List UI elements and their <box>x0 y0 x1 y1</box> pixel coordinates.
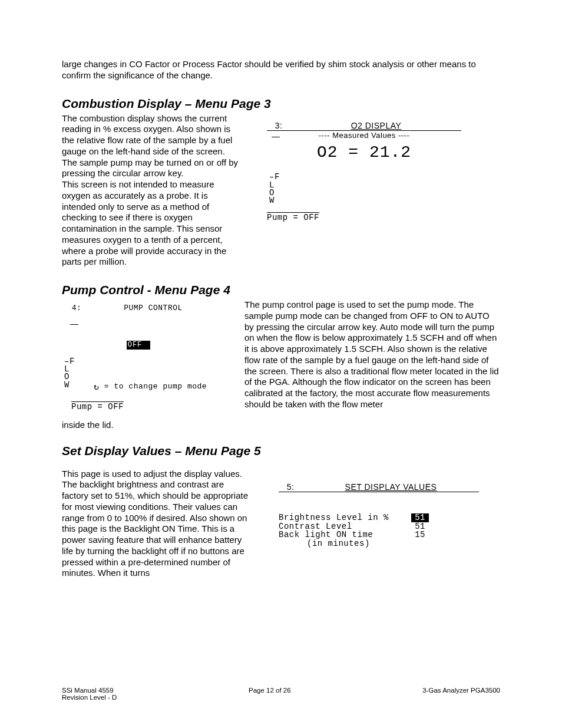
lcd-pump-control: 4: PUMP CONTROL — OFF –F L O W ↻ = to ch… <box>62 304 215 411</box>
circular-arrow-icon: ↻ <box>94 383 100 393</box>
section2-content: 4: PUMP CONTROL — OFF –F L O W ↻ = to ch… <box>62 299 500 411</box>
lcd1-pump: Pump = OFF <box>267 213 319 222</box>
flow-w: W <box>269 197 461 205</box>
contrast-value: 51 <box>415 522 429 531</box>
section2-lcd-wrap: 4: PUMP CONTROL — OFF –F L O W ↻ = to ch… <box>62 299 233 411</box>
lcd1-reading: O2 = 21.2 <box>267 144 461 162</box>
lcd2-hint: ↻ = to change pump mode <box>94 382 215 392</box>
lcd1-title: O2 DISPLAY <box>291 121 461 130</box>
heading-pump-control: Pump Control - Menu Page 4 <box>62 283 500 297</box>
footer-pagenum: Page 12 of 26 <box>249 687 291 701</box>
lcd-set-display-values: 5: SET DISPLAY VALUES Brightness Level i… <box>279 483 479 548</box>
section2-tail: inside the lid. <box>62 420 500 431</box>
flow-o2: O <box>64 373 215 381</box>
footer-product: 3-Gas Analyzer PGA3500 <box>422 687 500 701</box>
lcd2-title: PUMP CONTROL <box>91 304 215 312</box>
section3-body: This page is used to adjust the display … <box>62 469 250 579</box>
flow-f: –F <box>269 173 461 181</box>
section1-content: The combustion display shows the current… <box>62 113 500 268</box>
section3-lcd-wrap: 5: SET DISPLAY VALUES Brightness Level i… <box>262 469 500 579</box>
lcd2-mode-box: OFF <box>127 341 151 350</box>
flow-l: L <box>269 182 461 189</box>
contrast-label: Contrast Level <box>279 522 352 531</box>
lcd3-page-num: 5: <box>279 483 303 492</box>
heading-set-display-values: Set Display Values – Menu Page 5 <box>62 444 500 458</box>
lcd2-hint-text: = to change pump mode <box>100 382 207 391</box>
lcd3-title: SET DISPLAY VALUES <box>303 483 479 492</box>
lcd2-pump: Pump = OFF <box>71 402 124 411</box>
flow-l2: L <box>64 365 215 373</box>
flow-f2: –F <box>64 358 215 365</box>
lcd3-table: Brightness Level in % 51 Contrast Level … <box>279 513 429 548</box>
lcd1-flow-gauge: –F L O W <box>269 173 461 205</box>
heading-combustion-display: Combustion Display – Menu Page 3 <box>62 97 500 111</box>
page-footer: SSi Manual 4559 Revision Level - D Page … <box>62 687 500 701</box>
backlight-time-value: 15 <box>415 531 429 539</box>
footer-manual: SSi Manual 4559 <box>62 687 117 694</box>
footer-left: SSi Manual 4559 Revision Level - D <box>62 687 117 701</box>
backlight-units: (in minutes) <box>279 539 370 548</box>
section3-content: This page is used to adjust the display … <box>62 469 500 579</box>
backlight-time-label: Back light ON time <box>279 531 373 539</box>
brightness-value: 51 <box>411 513 429 522</box>
flow-o: O <box>269 189 461 197</box>
lcd-o2-display: 3: O2 DISPLAY — ---- Measured Values ---… <box>267 121 461 222</box>
lcd2-page-num: 4: <box>62 304 91 312</box>
page: large changes in CO Factor or Process Fa… <box>0 0 562 728</box>
lcd1-page-num: 3: <box>267 121 291 130</box>
brightness-label: Brightness Level in % <box>279 513 389 522</box>
footer-revision: Revision Level - D <box>62 694 117 701</box>
section1-body: The combustion display shows the current… <box>62 113 239 268</box>
section2-body: The pump control page is used to set the… <box>244 299 500 411</box>
intro-paragraph: large changes in CO Factor or Process Fa… <box>62 59 500 81</box>
section1-lcd-wrap: 3: O2 DISPLAY — ---- Measured Values ---… <box>250 113 500 268</box>
lcd1-subtitle: ---- Measured Values ---- <box>267 131 461 140</box>
